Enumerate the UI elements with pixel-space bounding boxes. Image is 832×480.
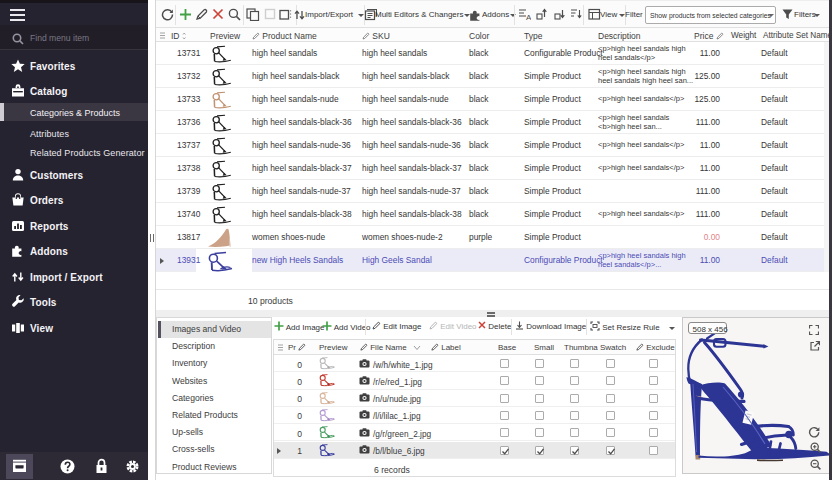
svg-text:A: A (526, 13, 531, 21)
